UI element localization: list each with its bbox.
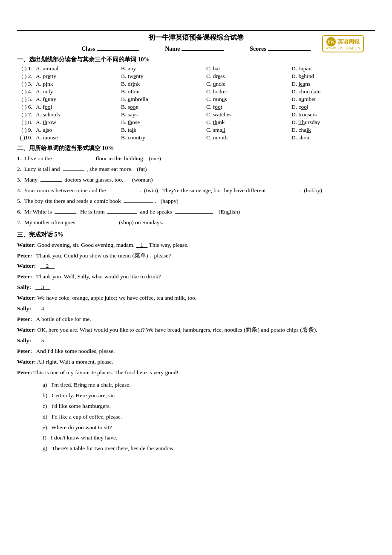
vocab-9d: D. chalk bbox=[291, 127, 375, 133]
dialog-waiter-5: Waiter: All right. Wait a moment, please… bbox=[17, 357, 375, 367]
vocab-5a: A. funny bbox=[36, 96, 119, 103]
fill-item-2: 2. Lucy is tall and , she must eat more.… bbox=[17, 165, 375, 174]
vocab-1d: D. Japan bbox=[291, 65, 375, 72]
choice-f: f) I don't know what they have. bbox=[43, 433, 375, 443]
class-field[interactable] bbox=[97, 50, 139, 51]
vocab-6a: A. fool bbox=[36, 104, 119, 110]
name-field[interactable] bbox=[182, 50, 224, 51]
class-label: Class bbox=[81, 46, 95, 52]
vocab-num-3: ( ) 3. bbox=[17, 81, 34, 87]
logo-en-text: WWW.EW.COM.CN bbox=[326, 46, 360, 50]
vocab-2b: B. twenty bbox=[121, 73, 205, 80]
logo: EW 英语周报 WWW.EW.COM.CN bbox=[324, 34, 362, 53]
dialog-sally-2: Sally: 4 bbox=[17, 304, 375, 314]
dialog-waiter-4: Waiter: OK, here you are. What would you… bbox=[17, 325, 375, 335]
vocab-3c: C. uncle bbox=[206, 81, 290, 87]
vocab-2a: A. pretty bbox=[36, 73, 119, 80]
choice-d: d) I'd like a cup of coffee, please. bbox=[43, 412, 375, 422]
scores-label: Scores bbox=[250, 46, 266, 52]
vocab-3d: D. jeans bbox=[291, 81, 375, 87]
vocab-7b: B. says bbox=[121, 111, 205, 118]
name-label: Name bbox=[165, 46, 180, 52]
vocab-9a: A. also bbox=[36, 127, 119, 133]
vocab-num-5: ( ) 5. bbox=[17, 96, 34, 103]
vocab-num-8: ( ) 8. bbox=[17, 119, 34, 126]
vocab-6d: D. cool bbox=[291, 104, 375, 110]
fill-item-7: 7. My mother often goes (shop) on Sunday… bbox=[17, 218, 375, 228]
vocab-num-1: ( ) 1. bbox=[17, 65, 34, 72]
dialog-peter-5: Peter: This is one of my favourite place… bbox=[17, 368, 375, 378]
vocab-9b: B. talk bbox=[121, 127, 205, 133]
blank-7-1[interactable] bbox=[78, 224, 116, 224]
vocab-3b: B. drink bbox=[121, 81, 205, 87]
choices-list: a) I'm tired. Bring me a chair, please. … bbox=[43, 380, 375, 454]
dialog-peter-3: Peter: A bottle of coke for me. bbox=[17, 315, 375, 324]
vocab-8a: A. throw bbox=[36, 119, 119, 126]
blank-2-1[interactable] bbox=[63, 171, 84, 171]
scores-field[interactable] bbox=[268, 50, 311, 51]
dialog-waiter-3: Waiter: We have coke, orange, apple juic… bbox=[17, 293, 375, 303]
vocab-10d: D. shout bbox=[291, 134, 375, 141]
choice-g: g) There's a table for two over there, b… bbox=[43, 444, 375, 454]
blank-6-1[interactable] bbox=[55, 213, 76, 214]
blank-6-2[interactable] bbox=[107, 213, 137, 214]
vocab-5d: D. number bbox=[291, 96, 375, 103]
vocab-table: ( ) 1. A. animal B. any C. hat D. Japan … bbox=[17, 65, 375, 141]
vocab-8d: D. Thursday bbox=[291, 119, 375, 126]
vocab-9c: C. small bbox=[206, 127, 290, 133]
vocab-3a: A. pink bbox=[36, 81, 119, 87]
fill-item-6: 6. Mr White is . He is from and he speak… bbox=[17, 207, 375, 217]
dialog-peter-1: Peter: Thank you. Could you show us the … bbox=[17, 251, 375, 261]
vocab-2d: D. behind bbox=[291, 73, 375, 80]
section3-title: 三、完成对话 5% bbox=[17, 231, 375, 239]
vocab-8b: B. those bbox=[121, 119, 205, 126]
choice-b: b) Certainly. Here you are, sir. bbox=[43, 391, 375, 401]
vocab-num-2: ( ) 2. bbox=[17, 73, 34, 80]
fill-item-5: 5. The boy sits there and reads a comic … bbox=[17, 197, 375, 206]
blank-3-1[interactable] bbox=[40, 181, 62, 182]
blank-1-1[interactable] bbox=[55, 160, 93, 160]
vocab-1b: B. any bbox=[121, 65, 205, 72]
vocab-10a: A. mouse bbox=[36, 134, 119, 141]
vocab-10b: B. country bbox=[121, 134, 205, 141]
dialog-section: Waiter: Good evening, sir. Good evening,… bbox=[17, 240, 375, 378]
section1-title: 一、选出划线部分读音与其余三个不同的单词 10% bbox=[17, 56, 375, 64]
vocab-7c: C. watches bbox=[206, 111, 290, 118]
vocab-1a: A. animal bbox=[36, 65, 119, 72]
fill-item-1: 1. I live on the floor in this building.… bbox=[17, 154, 375, 164]
logo-cn-text: 英语周报 bbox=[337, 38, 360, 46]
blank-5-1[interactable] bbox=[124, 202, 153, 203]
header-divider bbox=[17, 30, 375, 31]
vocab-4d: D. chocolate bbox=[291, 88, 375, 95]
choice-e: e) Where do you want to sit? bbox=[43, 423, 375, 433]
section2-title: 二、用所给单词的适当形式填空 10% bbox=[17, 145, 375, 152]
vocab-7a: A. schools bbox=[36, 111, 119, 118]
choice-a: a) I'm tired. Bring me a chair, please. bbox=[43, 380, 375, 390]
vocab-7d: D. trousers bbox=[291, 111, 375, 118]
vocab-6c: C. foot bbox=[206, 104, 290, 110]
vocab-6b: B. soon bbox=[121, 104, 205, 110]
dialog-sally-3: Sally: 5 bbox=[17, 336, 375, 346]
vocab-num-9: ( ) 9. bbox=[17, 127, 34, 133]
fill-section: 1. I live on the floor in this building.… bbox=[17, 154, 375, 228]
choice-c: c) I'd like some hamburgers. bbox=[43, 402, 375, 411]
header-fields: Class Name Scores bbox=[17, 46, 375, 52]
vocab-num-6: ( ) 6. bbox=[17, 104, 34, 110]
dialog-waiter-2: Waiter: 2 bbox=[17, 261, 375, 271]
blank-6-3[interactable] bbox=[175, 213, 213, 214]
blank-4-1[interactable] bbox=[109, 192, 138, 192]
vocab-4c: C. locker bbox=[206, 88, 290, 95]
vocab-num-10: ( )10. bbox=[17, 134, 34, 141]
dialog-peter-4: Peter: And I'd like some noodles, please… bbox=[17, 347, 375, 356]
vocab-1c: C. hat bbox=[206, 65, 290, 72]
vocab-8c: C. think bbox=[206, 119, 290, 126]
vocab-num-7: ( ) 7. bbox=[17, 111, 34, 118]
fill-item-3: 3. Many doctors wear glasses, too. (woma… bbox=[17, 175, 375, 185]
vocab-num-4: ( ) 4. bbox=[17, 88, 34, 95]
vocab-10c: C. mouth bbox=[206, 134, 290, 141]
logo-icon: EW bbox=[326, 37, 336, 46]
blank-4-2[interactable] bbox=[268, 192, 298, 192]
dialog-waiter-1: Waiter: Good evening, sir. Good evening,… bbox=[17, 240, 375, 250]
vocab-2c: C. dress bbox=[206, 73, 290, 80]
page-title: 初一牛津英语预备课程综合试卷 bbox=[17, 33, 375, 42]
